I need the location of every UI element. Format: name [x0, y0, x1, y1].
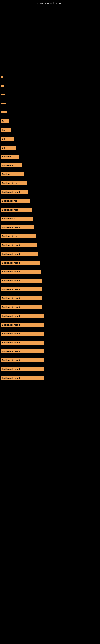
bar-label: Bottleneck res: [1, 199, 30, 203]
bar-label: Bottleneck res: [1, 234, 36, 238]
bar-label: Bo: [1, 146, 16, 150]
bar-row: Bottleneck result: [0, 312, 100, 320]
bar-row: Bottleneck result: [0, 285, 100, 294]
bar-row: Bottleneck result: [0, 241, 100, 250]
bar-label: Bottleneck r: [1, 216, 33, 220]
bar-label: Bo: [1, 128, 11, 132]
bar-label: [1, 103, 6, 104]
bar-label: Bottleneck result: [1, 261, 40, 265]
bar-label: [1, 76, 3, 78]
bar-row: Bottleneck result: [0, 223, 100, 232]
bar-label: Bottlene: [1, 154, 19, 158]
bar-row: B: [0, 117, 100, 126]
bar-row: Bottleneck r: [0, 214, 100, 223]
bar-label: Bottlenec: [1, 172, 24, 176]
bar-label: Bottleneck result: [1, 332, 44, 336]
bar-row: Bottleneck result: [0, 365, 100, 374]
bar-label: Bottleneck result: [1, 296, 42, 300]
bar-row: [0, 108, 100, 117]
bar-label: Bottleneck result: [1, 323, 44, 327]
bar-row: Bottlene: [0, 152, 100, 161]
bar-label: Bottleneck result: [1, 278, 42, 282]
bar-label: Bottleneck result: [1, 367, 44, 371]
bar-row: Bottleneck r: [0, 161, 100, 170]
bar-row: Bottleneck result: [0, 303, 100, 312]
bar-row: Bo: [0, 134, 100, 143]
bar-label: [1, 85, 3, 86]
bar-row: Bottleneck result: [0, 276, 100, 285]
bar-label: Bottleneck result: [1, 243, 37, 247]
bar-label: Bottleneck result: [1, 340, 44, 344]
bar-row: Bottleneck resu: [0, 205, 100, 214]
bar-row: Bottleneck result: [0, 347, 100, 356]
bar-row: Bottleneck result: [0, 338, 100, 347]
bar-label: Bottleneck result: [1, 376, 44, 380]
chart-area: [0, 4, 100, 72]
bar-row: Bottleneck res: [0, 232, 100, 241]
bar-label: B: [1, 119, 9, 123]
bar-row: Bottlenec: [0, 170, 100, 179]
bar-row: Bottleneck result: [0, 294, 100, 303]
bars-container: BBoBoBoBottleneBottleneck rBottlenecBott…: [0, 72, 100, 382]
bar-label: Bottleneck result: [1, 252, 38, 256]
bar-label: Bottleneck result: [1, 226, 34, 230]
bar-row: Bo: [0, 126, 100, 134]
bar-label: Bo: [1, 137, 14, 141]
bar-row: Bottleneck result: [0, 320, 100, 329]
bar-row: Bottleneck result: [0, 329, 100, 338]
bar-row: Bottleneck result: [0, 267, 100, 276]
bar-label: Bottleneck result: [1, 358, 44, 362]
bar-row: [0, 90, 100, 99]
bar-label: Bottleneck result: [1, 190, 28, 194]
bar-label: Bottleneck resu: [1, 208, 32, 212]
bar-label: Bottleneck result: [1, 314, 44, 318]
bar-label: Bottleneck result: [1, 288, 42, 292]
bar-row: Bo: [0, 143, 100, 152]
bar-row: Bottleneck result: [0, 374, 100, 382]
bar-row: Bottleneck result: [0, 356, 100, 365]
bar-row: [0, 99, 100, 108]
bar-label: [1, 94, 5, 96]
bar-label: Bottleneck r: [1, 164, 22, 168]
bar-label: Bottleneck result: [1, 349, 44, 354]
bar-label: Bottleneck result: [1, 270, 41, 274]
bar-row: [0, 72, 100, 81]
bar-row: Bottleneck result: [0, 188, 100, 196]
bar-label: [1, 112, 7, 113]
bar-row: Bottleneck result: [0, 250, 100, 258]
bar-row: Bottleneck result: [0, 258, 100, 267]
bar-label: Bottleneck result: [1, 305, 42, 309]
bar-label: Bottleneck res: [1, 181, 27, 185]
bar-row: Bottleneck res: [0, 196, 100, 205]
bar-row: Bottleneck res: [0, 179, 100, 188]
bar-row: [0, 81, 100, 90]
